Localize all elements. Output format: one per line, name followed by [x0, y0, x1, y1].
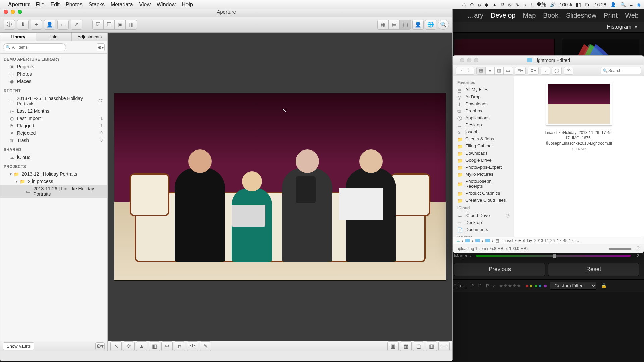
tree-project-selected[interactable]: ▭ 2013-11-26 | Lin…ke Holiday Portraits [0, 185, 107, 198]
action-button[interactable]: ⚙▾ [528, 67, 539, 75]
user-icon[interactable]: 👤 [610, 2, 616, 7]
icon-view-button[interactable]: ▦ [476, 67, 486, 75]
window-minimize-button[interactable] [467, 58, 471, 62]
lr-previous-button[interactable]: Previous [454, 263, 545, 276]
sidebar-item[interactable]: ◎AirDrop [453, 93, 514, 100]
menu-view[interactable]: View [139, 2, 151, 8]
menu-metadata[interactable]: Metadata [111, 2, 133, 8]
crop-tool-button[interactable]: ✂ [161, 341, 173, 351]
finder-content-area[interactable]: LinaschkeHoliday_2013-11-26_17-45-17_IMG… [514, 76, 644, 237]
footer-view-button[interactable]: ▣ [387, 341, 399, 351]
lr-module-develop[interactable]: Develop [491, 12, 515, 19]
arrange-button[interactable]: ⊞▾ [515, 67, 526, 75]
window-close-button[interactable] [460, 58, 464, 62]
status-icon[interactable]: ✎ [515, 2, 519, 7]
tree-recent-item[interactable]: ◴Last Import1 [0, 115, 107, 122]
window-zoom-button[interactable] [474, 58, 478, 62]
straighten-tool-button[interactable]: ⧈ [174, 341, 185, 351]
file-thumbnail[interactable] [546, 82, 612, 125]
bluetooth-icon[interactable]: ᛒ [530, 2, 533, 7]
disclosure-triangle-icon[interactable]: ▼ [9, 172, 12, 176]
battery-icon[interactable]: ▮▯ [576, 2, 581, 7]
sidebar-action-button[interactable]: ⚙▾ [95, 342, 105, 350]
lr-module-print[interactable]: Print [604, 12, 618, 19]
lr-module-slideshow[interactable]: Slideshow [566, 12, 596, 19]
tree-recent-item[interactable]: ⚑Flagged1 [0, 122, 107, 129]
sidebar-item[interactable]: ▤All My Files [453, 86, 514, 93]
sidebar-item[interactable]: 📁Clients & Jobs [453, 135, 514, 142]
footer-view-button[interactable]: ▥ [426, 341, 437, 351]
tool-button[interactable]: ▲ [136, 341, 147, 351]
tree-recent-item[interactable]: ▭2013-11-26 | Linaschke Holiday Portrait… [0, 95, 107, 107]
coverflow-view-button[interactable]: ▭ [503, 67, 513, 75]
star-filter-icon[interactable]: ★★★★★ [499, 283, 521, 288]
sidebar-item[interactable]: ⌂joseph [453, 128, 514, 135]
menu-help[interactable]: Help [182, 2, 193, 8]
column-view-button[interactable]: ▥ [494, 67, 504, 75]
tree-places[interactable]: ◉Places [0, 78, 107, 85]
sidebar-item[interactable]: 📁Downloads [453, 149, 514, 157]
sidebar-item[interactable]: ▭Desktop [453, 121, 514, 128]
menu-edit[interactable]: Edit [50, 2, 60, 8]
lr-module-library[interactable]: …ary [467, 12, 483, 19]
color-label-filter[interactable] [524, 283, 547, 288]
flag-filter-icon[interactable]: ⚐ [485, 283, 490, 288]
share-button[interactable]: ⇪ [541, 67, 550, 75]
lr-reset-button[interactable]: Reset [548, 263, 639, 276]
sidebar-item[interactable]: 📁Product Graphics [453, 190, 514, 197]
finder-path-bar[interactable]: ☁ › › › › ▤ LinaschkeHoliday_2013-11-26_… [453, 237, 644, 244]
sidebar-item[interactable]: 📁Filing Cabinet [453, 142, 514, 149]
status-icon[interactable]: ◌ [462, 2, 466, 7]
flag-filter-icon[interactable]: ⚐ [478, 283, 482, 288]
view-grid-button[interactable]: ▦ [377, 20, 389, 30]
quicklook-button[interactable]: 👁 [564, 67, 573, 75]
lock-icon[interactable]: 🔒 [601, 283, 607, 288]
status-icon[interactable]: ⌀ [478, 2, 481, 7]
viewer-canvas[interactable]: ↖ [108, 33, 452, 341]
footer-view-button[interactable]: ▢ [413, 341, 424, 351]
tree-recent-item[interactable]: ◷Last 12 Months [0, 107, 107, 115]
status-icon[interactable]: ▲ [492, 2, 497, 7]
file-name-line1[interactable]: LinaschkeHoliday_2013-11-26_17-45-17_IMG… [537, 130, 621, 141]
status-icon[interactable]: ⊕ [470, 2, 474, 7]
tree-photos[interactable]: ▢Photos [0, 70, 107, 78]
footer-view-button[interactable]: ▦ [400, 341, 412, 351]
rotate-tool-button[interactable]: ⟳ [123, 341, 135, 351]
notification-center-icon[interactable]: ≡ [630, 2, 633, 7]
sidebar-item[interactable]: 📄Documents [453, 226, 514, 233]
new-button[interactable]: ＋ [31, 20, 42, 30]
tags-button[interactable]: ◯ [552, 67, 562, 75]
tab-library[interactable]: Library [0, 33, 36, 41]
sidebar-item[interactable]: 📁Creative Cloud Files [453, 197, 514, 204]
redeye-tool-button[interactable]: 👁 [187, 341, 198, 351]
tab-info[interactable]: Info [36, 33, 72, 41]
status-icon[interactable]: ⟐ [523, 2, 526, 7]
sidebar-item[interactable]: 📁PhotoApps-Expert [453, 164, 514, 171]
back-button[interactable]: 〈 [456, 67, 465, 75]
volume-icon[interactable]: 🔊 [550, 2, 556, 7]
search-options-button[interactable]: ⚙▾ [97, 43, 105, 51]
list-view-button[interactable]: ≡ [485, 67, 495, 75]
view-viewer-button[interactable]: ▢ [399, 20, 411, 30]
sidebar-item[interactable]: ⬇Downloads [453, 100, 514, 107]
spotlight-icon[interactable]: 🔍 [620, 2, 626, 7]
show-vaults-button[interactable]: Show Vaults [3, 342, 34, 350]
menu-photos[interactable]: Photos [66, 2, 83, 8]
tree-project-sub[interactable]: ▼ 📁 2 in process [0, 178, 107, 185]
menu-window[interactable]: Window [157, 2, 176, 8]
sidebar-item[interactable]: ▭Desktop [453, 219, 514, 226]
lr-filmstrip[interactable] [449, 292, 644, 362]
toolbar-button[interactable]: ☑ [92, 20, 104, 30]
tree-recent-item[interactable]: ✕Rejected0 [0, 129, 107, 137]
disclosure-triangle-icon[interactable]: ▼ [15, 180, 18, 183]
tree-recent-item[interactable]: 🗑Trash0 [0, 137, 107, 144]
finder-titlebar[interactable]: Lightroom Edited [453, 56, 644, 65]
tree-icloud[interactable]: ☁iCloud [0, 154, 107, 161]
brush-tool-button[interactable]: ✎ [200, 341, 211, 351]
sidebar-item[interactable]: ⧉Dropbox [453, 107, 514, 114]
lr-module-web[interactable]: Web [625, 12, 639, 19]
lr-custom-filter-select[interactable]: Custom Filter [550, 282, 596, 290]
toolbar-button[interactable]: ▣ [114, 20, 126, 30]
selection-tool-button[interactable]: ↖ [110, 341, 122, 351]
import-button[interactable]: ⬇ [17, 20, 29, 30]
